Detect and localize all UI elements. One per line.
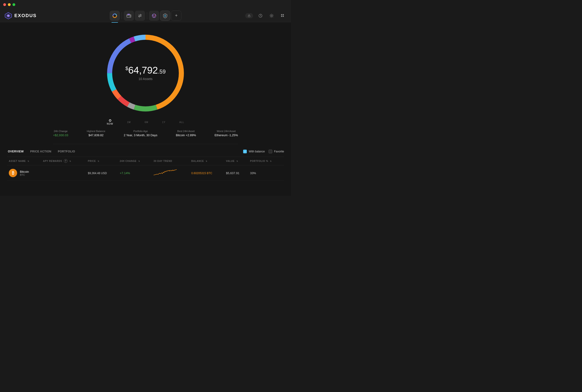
tab-overview[interactable]: OVERVIEW (7, 150, 24, 153)
stats-row: 24h Change +$2,930.03 Highest Balance $4… (53, 125, 238, 144)
balance-value: 0.60205315 BTC (191, 172, 212, 175)
balance-cell: 0.60205315 BTC (190, 165, 224, 181)
lock-toggle[interactable] (245, 13, 253, 18)
sort-portfolio-icon: ⇅ (270, 160, 272, 162)
favorite-checkbox[interactable] (268, 150, 272, 153)
grid-button[interactable] (279, 12, 286, 20)
table-row[interactable]: ₿ Bitcoin BTC $9,364.48 USD (7, 165, 284, 181)
apy-cell (41, 165, 86, 181)
info-icon[interactable]: ? (64, 159, 68, 163)
maximize-button[interactable] (12, 3, 15, 6)
stat-best-label: Best 24H Asset (176, 130, 196, 132)
assets-count: 10 Assets (126, 77, 166, 81)
nav-right (245, 12, 286, 20)
col-30d-trend: 30 DAY TREND (152, 157, 190, 165)
asset-name-cell: ₿ Bitcoin BTC (7, 165, 41, 181)
stat-worst-asset: Worst 24H Asset Ethereum -1,25% (214, 130, 238, 137)
timeline-1y[interactable]: 1Y (162, 121, 166, 124)
currency-prefix: $ (126, 66, 128, 71)
svg-point-16 (271, 15, 272, 16)
svg-rect-5 (127, 14, 131, 17)
sort-asset-name-icon: ⇅ (28, 160, 30, 162)
svg-rect-7 (128, 14, 130, 15)
svg-point-6 (130, 16, 130, 17)
history-button[interactable] (257, 12, 264, 20)
tab-portfolio[interactable]: PORTFOLIO (57, 150, 76, 153)
asset-name-container: ₿ Bitcoin BTC (9, 169, 39, 177)
change-value: +7.14% (120, 171, 130, 175)
col-asset-name[interactable]: ASSET NAME ⇅ (7, 157, 41, 165)
change-cell: +7.14% (118, 165, 152, 181)
stat-24h-change: 24h Change +$2,930.03 (53, 130, 68, 137)
svg-point-11 (154, 15, 156, 16)
stat-24h-label: 24h Change (53, 130, 68, 132)
nav-nft[interactable] (149, 11, 159, 21)
value-cell: $5,637.91 (224, 165, 248, 181)
sort-24h-icon: ⇅ (138, 160, 140, 162)
filter-with-balance[interactable]: ✓ With balance (243, 150, 265, 153)
stat-highest-balance: Highest Balance $47,839.82 (87, 130, 105, 137)
svg-rect-19 (281, 16, 282, 17)
timeline-all[interactable]: ALL (179, 121, 184, 124)
stat-best-asset: Best 24H Asset Bitcoin +2.89% (176, 130, 196, 137)
with-balance-label: With balance (249, 150, 265, 153)
svg-rect-18 (283, 14, 284, 15)
donut-chart: $64,792.59 10 Assets (102, 29, 190, 117)
filter-favorite[interactable]: Favorite (268, 150, 284, 153)
stat-highest-label: Highest Balance (87, 130, 105, 132)
price-cell: $9,364.48 USD (86, 165, 118, 181)
stat-best-value: Bitcoin +2.89% (176, 134, 196, 137)
table-header-row: ASSET NAME ⇅ APY REWARDS ? ⇅ PRICE ⇅ 24H… (7, 157, 284, 165)
sort-value-icon: ⇅ (236, 160, 238, 162)
asset-table: ASSET NAME ⇅ APY REWARDS ? ⇅ PRICE ⇅ 24H… (7, 157, 284, 181)
stat-portfolio-age: Portfolio Age 2 Year, 3 Month, 30 Days (124, 130, 157, 137)
svg-point-10 (153, 15, 154, 16)
timeline-1m[interactable]: 1M (127, 121, 131, 124)
timeline-now[interactable]: NOW (107, 119, 113, 125)
nav-portfolio[interactable] (110, 11, 120, 21)
tab-row: OVERVIEW PRICE ACTION PORTFOLIO ✓ With b… (7, 146, 284, 157)
col-value[interactable]: VALUE ⇅ (224, 157, 248, 165)
col-portfolio-pct[interactable]: PORTFOLIO % ⇅ (248, 157, 284, 165)
usd-value: $5,637.91 (226, 171, 240, 175)
header: EXODUS (0, 9, 291, 22)
timeline-all-label: ALL (179, 121, 184, 124)
tab-filters: ✓ With balance Favorite (243, 150, 284, 153)
svg-rect-14 (248, 16, 250, 17)
bitcoin-name-text: Bitcoin BTC (20, 170, 29, 176)
nav-exchange[interactable] (135, 11, 145, 21)
portfolio-section: $64,792.59 10 Assets NOW 1M 6M 1Y ALL (0, 22, 291, 146)
bitcoin-name: Bitcoin (20, 170, 29, 174)
nav-earn[interactable] (160, 11, 170, 21)
bitcoin-symbol: BTC (20, 174, 29, 176)
nav-add[interactable]: + (171, 11, 181, 21)
with-balance-checkbox[interactable]: ✓ (243, 150, 247, 153)
main-content: $64,792.59 10 Assets NOW 1M 6M 1Y ALL (0, 22, 291, 196)
timeline: NOW 1M 6M 1Y ALL (107, 119, 184, 125)
stat-age-value: 2 Year, 3 Month, 30 Days (124, 134, 157, 137)
timeline-6m[interactable]: 6M (144, 121, 148, 124)
svg-rect-20 (283, 16, 284, 17)
tab-price-action[interactable]: PRICE ACTION (29, 150, 52, 153)
col-apy[interactable]: APY REWARDS ? ⇅ (41, 157, 86, 165)
col-24h-change[interactable]: 24H CHANGE ⇅ (118, 157, 152, 165)
nav-wallet[interactable] (124, 11, 134, 21)
col-price[interactable]: PRICE ⇅ (86, 157, 118, 165)
price-value: $9,364.48 USD (88, 172, 107, 175)
settings-button[interactable] (268, 12, 275, 20)
nav-sep-1 (122, 12, 122, 19)
svg-point-4 (114, 15, 116, 17)
close-button[interactable] (3, 3, 6, 6)
nav-center: + (110, 11, 181, 21)
sort-price-icon: ⇅ (98, 160, 100, 162)
stat-worst-value: Ethereum -1,25% (214, 134, 238, 137)
minimize-button[interactable] (8, 3, 11, 6)
col-balance[interactable]: BALANCE ⇅ (190, 157, 224, 165)
svg-point-9 (152, 14, 156, 18)
portfolio-total: $64,792.59 (126, 66, 166, 75)
stat-age-label: Portfolio Age (124, 130, 157, 132)
svg-rect-17 (281, 14, 282, 15)
check-icon: ✓ (244, 150, 246, 153)
svg-point-12 (164, 15, 166, 17)
sort-apy-icon: ⇅ (70, 160, 71, 162)
